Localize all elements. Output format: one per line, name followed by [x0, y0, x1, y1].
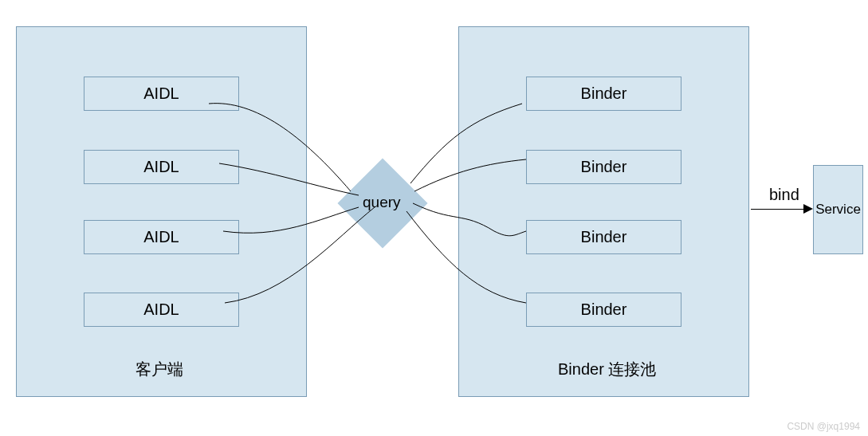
binder-label: Binder — [581, 84, 627, 103]
bind-label: bind — [769, 186, 799, 204]
binder-label: Binder — [581, 158, 627, 176]
aidl-box-1: AIDL — [84, 77, 239, 111]
aidl-box-3: AIDL — [84, 220, 239, 254]
binder-box-1: Binder — [526, 77, 681, 111]
bind-arrow-line — [751, 209, 807, 210]
binder-box-4: Binder — [526, 293, 681, 327]
client-title: 客户端 — [136, 359, 183, 380]
aidl-label: AIDL — [143, 300, 179, 319]
aidl-box-4: AIDL — [84, 293, 239, 327]
diagram-canvas: AIDL AIDL AIDL AIDL 客户端 query Binder Bin… — [0, 0, 868, 436]
binder-label: Binder — [581, 300, 627, 319]
watermark: CSDN @jxq1994 — [787, 421, 860, 432]
binder-box-3: Binder — [526, 220, 681, 254]
service-box: Service — [813, 165, 863, 254]
aidl-box-2: AIDL — [84, 150, 239, 184]
binder-label: Binder — [581, 228, 627, 246]
pool-title: Binder 连接池 — [558, 359, 656, 380]
service-label: Service — [815, 202, 861, 218]
aidl-label: AIDL — [143, 228, 179, 246]
binder-box-2: Binder — [526, 150, 681, 184]
aidl-label: AIDL — [143, 84, 179, 103]
query-label: query — [363, 194, 401, 211]
aidl-label: AIDL — [143, 158, 179, 176]
bind-arrow-head — [803, 204, 813, 214]
